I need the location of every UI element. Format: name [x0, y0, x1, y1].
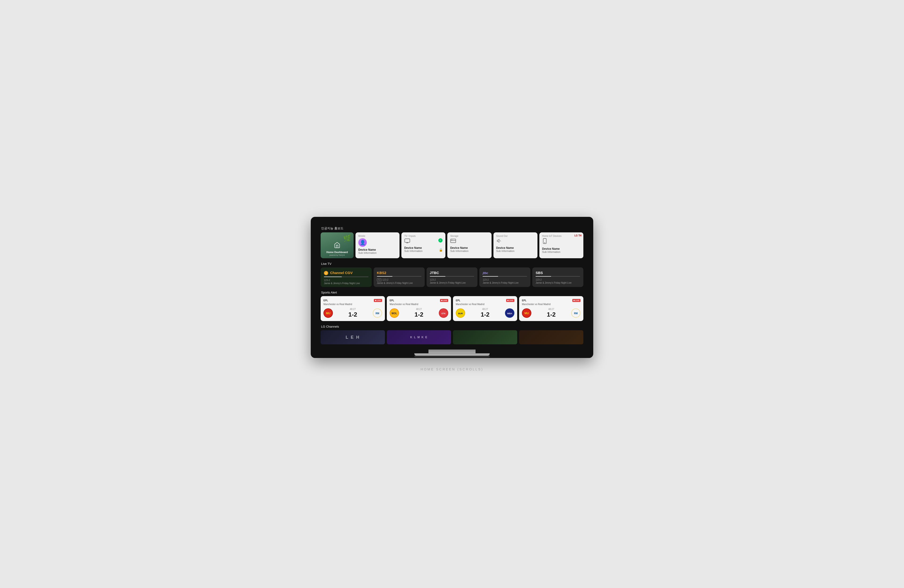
channel-card-cgv[interactable]: ✓ Channel CGV 123-2 Jamie & Jimmy's Frid…: [321, 267, 372, 287]
storage-icon: [450, 238, 456, 245]
channel-card-sbs[interactable]: SBS 123-2 Jamie & Jimmy's Friday Night L…: [532, 267, 583, 287]
sbs-channel-name: SBS: [536, 271, 580, 275]
score-value-4: 1-2: [547, 311, 556, 318]
page-wrapper: 인공지능 홈보드 🌿 Home Dashboard powered by Thi…: [299, 217, 605, 371]
livetv-section: Live TV ✓ Channel CGV 123-2: [321, 262, 583, 287]
mobile-section-label: Mobile: [358, 235, 397, 237]
away-team-logo-3: WBA: [505, 308, 514, 318]
svg-line-7: [500, 240, 501, 241]
lgchannel-thumb-3[interactable]: [453, 330, 517, 344]
svg-text:RM: RM: [574, 312, 578, 315]
jtbc-logo-number: 123-2: [483, 279, 527, 281]
lgchannel-logo-1: L E H: [346, 335, 360, 340]
sports-score-row-3: BUR 48:27 1-2 WBA: [456, 308, 514, 318]
svg-text:WOL: WOL: [392, 312, 397, 315]
sbs-subtitle: Jamie & Jimmy's Friday Night Live: [536, 282, 580, 284]
cgv-channel-name: ✓ Channel CGV: [324, 271, 368, 275]
svg-marker-6: [497, 240, 499, 243]
sports-live-badge-1: LIVE: [374, 299, 382, 302]
cgv-subtitle: Jamie & Jimmy's Friday Night Live: [324, 282, 368, 285]
sports-league-2: EPL: [390, 299, 394, 302]
sports-matchup-3: Manchester vs Real Madrid: [456, 303, 514, 306]
tv-inputs-section-label: TV / Inputs: [404, 235, 443, 237]
sound-device-name: Device Name: [496, 246, 535, 249]
home-dashboard-title: Home Dashboard: [326, 251, 348, 254]
score-display-2: 48:27 1-2: [414, 308, 424, 318]
score-display-4: 48:27 1-2: [547, 308, 556, 318]
livetv-row: ✓ Channel CGV 123-2 Jamie & Jimmy's Frid…: [321, 267, 583, 287]
kbs-subtitle: Jamie & Jimmy's Friday Night Live: [377, 282, 421, 284]
home-team-logo-4: MU: [522, 308, 531, 318]
sound-device-card[interactable]: Sound Out Device Name Sub Information: [493, 232, 537, 258]
channel-card-kbs[interactable]: KBS2 TV 123-2 Jamie & Jimmy's Friday Nig…: [374, 267, 425, 287]
jtbc-logo-subtitle: Jamie & Jimmy's Friday Night Live: [483, 282, 527, 284]
score-value-3: 1-2: [481, 311, 490, 318]
tv-inputs-check: ✓: [438, 238, 443, 243]
sbs-progress-fill: [536, 276, 551, 277]
cgv-circle-icon: ✓: [324, 271, 328, 275]
sports-card-3[interactable]: EPL LIVE Manchester vs Real Madrid: [453, 296, 517, 321]
sports-live-badge-2: LIVE: [440, 299, 448, 302]
storage-device-sub: Sub Information: [450, 249, 488, 252]
iot-device-card[interactable]: Home IoT Devices LG TH Device Name: [539, 232, 583, 258]
jtbc-logo-progress-fill: [483, 276, 498, 277]
sports-matchup-2: Manchester vs Real Madrid: [390, 303, 448, 306]
sports-section: Sports Alert EPL LIVE Manchester vs Real…: [321, 291, 583, 321]
score-time-3: 48:27: [482, 308, 488, 311]
jtbc-progress-fill: [430, 276, 446, 277]
channel-card-jtbc[interactable]: JTBC 123-2 Jamie & Jimmy's Friday Night …: [427, 267, 478, 287]
jtbc-logo-name: jtbc: [483, 271, 527, 275]
kbs-channel-name: KBS2: [377, 271, 421, 275]
sports-header-3: EPL LIVE: [456, 299, 514, 302]
sports-header-2: EPL LIVE: [390, 299, 448, 302]
lgchannel-thumb-1[interactable]: L E H: [321, 330, 385, 344]
sports-card-1[interactable]: EPL LIVE Manchester vs Real Madrid: [321, 296, 385, 321]
away-team-logo-4: RM: [571, 308, 580, 318]
iot-icon: [542, 238, 547, 246]
sports-section-label: Sports Alert: [321, 291, 583, 294]
kbs-progress-fill: [377, 276, 392, 277]
lgchannels-row: L E H K L M K E: [321, 330, 583, 344]
svg-text:MU: MU: [326, 312, 330, 315]
cgv-progress-fill: [324, 277, 342, 277]
live-dot-4: [574, 300, 575, 301]
channel-card-jtbc-logo[interactable]: jtbc 123-2 Jamie & Jimmy's Friday Night …: [479, 267, 530, 287]
sbs-progress: [536, 276, 580, 277]
mobile-avatar: 👤: [358, 238, 367, 247]
storage-device-card[interactable]: Storage Device Name Sub Infor: [447, 232, 492, 258]
score-time-1: 48:27: [350, 308, 356, 311]
lock-icon: 🔒: [439, 248, 443, 252]
sports-header-1: EPL LIVE: [324, 299, 382, 302]
tv-inputs-device-card[interactable]: TV / Inputs ✓ Device Name: [401, 232, 446, 258]
mobile-device-sub: Sub Information: [358, 251, 397, 254]
mobile-device-card[interactable]: Mobile 👤 Device Name Sub Information: [356, 232, 400, 258]
lgchannel-thumb-4[interactable]: [519, 330, 583, 344]
score-time-2: 48:27: [416, 308, 422, 311]
sports-league-4: EPL: [522, 299, 526, 302]
home-section-label: 인공지능 홈보드: [321, 226, 583, 230]
sbs-channel-number: 123-2: [536, 279, 580, 281]
tv-inputs-device-name: Device Name: [404, 246, 443, 249]
svg-rect-0: [405, 239, 410, 242]
away-team-logo-1: RM: [373, 308, 382, 318]
sports-card-4[interactable]: EPL LIVE Manchester vs Real Madrid: [519, 296, 583, 321]
lgchannel-logo-2: K L M K E: [410, 336, 428, 339]
home-dashboard-card[interactable]: 🌿 Home Dashboard powered by ThinQ AI: [321, 232, 354, 258]
mobile-device-name: Device Name: [358, 248, 397, 251]
sports-card-2[interactable]: EPL LIVE Manchester vs Real Madrid: [387, 296, 451, 321]
tv-inputs-device-sub: Sub Information: [404, 249, 443, 252]
sports-league-1: EPL: [324, 299, 328, 302]
lgchannels-section: LG Channels L E H K L M K E: [321, 325, 583, 344]
home-team-logo-1: MU: [324, 308, 333, 318]
tv-shell: 인공지능 홈보드 🌿 Home Dashboard powered by Thi…: [311, 217, 593, 358]
home-section: 인공지능 홈보드 🌿 Home Dashboard powered by Thi…: [321, 226, 583, 258]
svg-text:STK: STK: [441, 312, 446, 315]
lgchannel-thumb-2[interactable]: K L M K E: [387, 330, 451, 344]
score-display-3: 48:27 1-2: [481, 308, 490, 318]
away-team-logo-2: STK: [439, 308, 448, 318]
jtbc-logo-progress: [483, 276, 527, 277]
score-value-1: 1-2: [348, 311, 357, 318]
tv-stand-neck: [428, 350, 476, 353]
plant-decoration: 🌿: [343, 234, 351, 242]
devices-row: 🌿 Home Dashboard powered by ThinQ AI Mo: [321, 232, 583, 258]
